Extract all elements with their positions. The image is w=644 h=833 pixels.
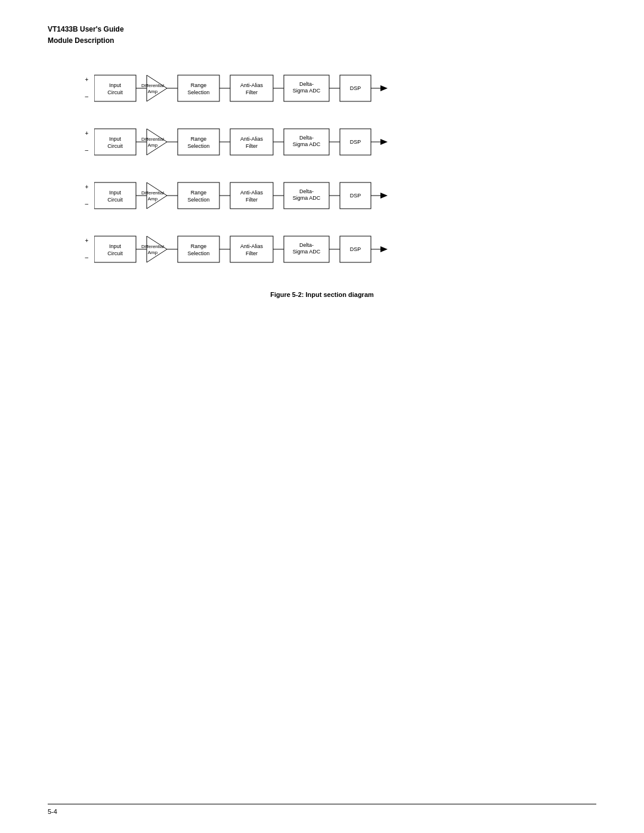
svg-rect-32 — [178, 129, 219, 155]
svg-text:Selection: Selection — [187, 250, 209, 256]
diagram-container: + – Input Circuit Differential Amp Ra — [48, 70, 596, 298]
row-1-svg: Input Circuit Differential Amp Range Sel… — [94, 70, 559, 106]
minus-3: – — [85, 198, 91, 210]
svg-text:Delta-: Delta- — [299, 242, 313, 248]
signal-row-2: + – Input Circuit Differential Amp Range… — [85, 124, 559, 160]
svg-text:Sigma ADC: Sigma ADC — [292, 141, 320, 147]
svg-text:Differential: Differential — [141, 244, 163, 249]
plus-minus-1: + – — [85, 74, 91, 103]
svg-rect-48 — [94, 182, 136, 209]
svg-text:Filter: Filter — [246, 250, 258, 256]
svg-text:Input: Input — [109, 82, 121, 88]
svg-text:Selection: Selection — [187, 143, 209, 149]
page-header: VT1433B User's Guide Module Description — [48, 24, 596, 47]
plus-2: + — [85, 128, 91, 140]
svg-rect-56 — [178, 182, 219, 209]
svg-rect-80 — [178, 236, 219, 262]
minus-1: – — [85, 91, 91, 103]
svg-text:Circuit: Circuit — [107, 197, 123, 203]
svg-text:Differential: Differential — [141, 137, 163, 142]
svg-text:Delta-: Delta- — [299, 135, 313, 141]
svg-text:Range: Range — [190, 136, 206, 142]
svg-rect-8 — [178, 75, 219, 101]
svg-text:Sigma ADC: Sigma ADC — [292, 249, 320, 255]
svg-text:Differential: Differential — [141, 83, 163, 88]
figure-caption: Figure 5-2: Input section diagram — [270, 291, 374, 298]
page: VT1433B User's Guide Module Description … — [0, 0, 644, 833]
svg-text:Input: Input — [109, 190, 121, 196]
svg-text:Sigma ADC: Sigma ADC — [292, 88, 320, 94]
svg-rect-36 — [230, 129, 273, 155]
plus-1: + — [85, 74, 91, 86]
svg-text:DSP: DSP — [349, 193, 361, 199]
plus-minus-2: + – — [85, 128, 91, 156]
svg-text:Amp: Amp — [147, 143, 157, 148]
svg-text:DSP: DSP — [349, 139, 361, 145]
svg-text:Amp: Amp — [147, 196, 157, 202]
svg-rect-24 — [94, 129, 136, 155]
svg-marker-47 — [380, 139, 388, 145]
svg-text:Selection: Selection — [187, 197, 209, 203]
svg-text:Circuit: Circuit — [107, 250, 123, 256]
svg-text:Sigma ADC: Sigma ADC — [292, 195, 320, 201]
svg-text:Anti-Alias: Anti-Alias — [240, 190, 263, 196]
svg-text:Amp: Amp — [147, 89, 157, 94]
svg-text:Filter: Filter — [246, 143, 258, 149]
svg-text:DSP: DSP — [349, 246, 361, 252]
svg-text:Range: Range — [190, 190, 206, 196]
svg-marker-76 — [147, 236, 167, 262]
signal-row-3: + – Input Circuit Differential Amp Range… — [85, 178, 559, 213]
svg-marker-52 — [147, 182, 167, 209]
row-4-svg: Input Circuit Differential Amp Range Sel… — [94, 231, 559, 267]
svg-text:Anti-Alias: Anti-Alias — [240, 243, 263, 249]
svg-marker-23 — [380, 85, 388, 91]
svg-marker-95 — [380, 246, 388, 252]
svg-rect-12 — [230, 75, 273, 101]
svg-text:Circuit: Circuit — [107, 89, 123, 95]
svg-text:DSP: DSP — [349, 85, 361, 91]
svg-marker-4 — [147, 75, 167, 101]
svg-rect-84 — [230, 236, 273, 262]
svg-rect-72 — [94, 236, 136, 262]
header-title: VT1433B User's Guide Module Description — [48, 24, 596, 47]
svg-text:Delta-: Delta- — [299, 81, 313, 87]
svg-text:Filter: Filter — [246, 197, 258, 203]
svg-text:Input: Input — [109, 243, 121, 249]
svg-text:Delta-: Delta- — [299, 188, 313, 194]
svg-rect-60 — [230, 182, 273, 209]
plus-4: + — [85, 235, 91, 247]
row-3-svg: Input Circuit Differential Amp Range Sel… — [94, 178, 559, 213]
header-line2: Module Description — [48, 35, 596, 47]
header-line1: VT1433B User's Guide — [48, 24, 596, 35]
minus-4: – — [85, 252, 91, 264]
plus-3: + — [85, 181, 91, 193]
svg-rect-0 — [94, 75, 136, 101]
svg-text:Range: Range — [190, 243, 206, 249]
svg-text:Anti-Alias: Anti-Alias — [240, 82, 263, 88]
plus-minus-4: + – — [85, 235, 91, 264]
svg-text:Anti-Alias: Anti-Alias — [240, 136, 263, 142]
svg-text:Filter: Filter — [246, 89, 258, 95]
svg-text:Circuit: Circuit — [107, 143, 123, 149]
svg-text:Selection: Selection — [187, 89, 209, 95]
svg-marker-71 — [380, 193, 388, 199]
svg-marker-28 — [147, 129, 167, 155]
plus-minus-3: + – — [85, 181, 91, 210]
svg-text:Differential: Differential — [141, 190, 163, 196]
signal-row-4: + – Input Circuit Differential Amp Range… — [85, 231, 559, 267]
page-number: 5-4 — [48, 808, 57, 815]
svg-text:Input: Input — [109, 136, 121, 142]
svg-text:Range: Range — [190, 82, 206, 88]
svg-text:Amp: Amp — [147, 250, 157, 255]
row-2-svg: Input Circuit Differential Amp Range Sel… — [94, 124, 559, 160]
page-footer: 5-4 — [48, 804, 596, 815]
signal-row-1: + – Input Circuit Differential Amp Ra — [85, 70, 559, 106]
minus-2: – — [85, 144, 91, 156]
